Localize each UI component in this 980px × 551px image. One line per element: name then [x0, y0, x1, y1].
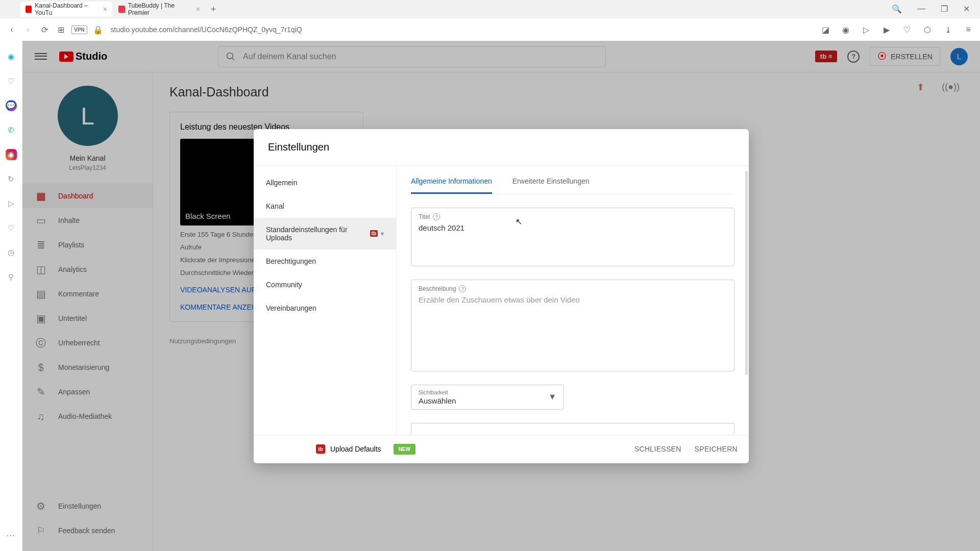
dropdown-caret-icon: ▼	[548, 392, 556, 402]
tubebuddy-footer-icon: tb	[316, 444, 325, 454]
whatsapp-icon[interactable]: ✆	[6, 124, 17, 136]
title-label: Titel	[419, 213, 430, 220]
messenger-icon[interactable]: 💬	[6, 100, 17, 111]
description-field[interactable]: Beschreibung ?	[411, 280, 734, 371]
help-tooltip-icon[interactable]: ?	[433, 213, 440, 220]
modal-side-community[interactable]: Community	[254, 273, 396, 296]
sidebar-more-icon[interactable]: ⋯	[6, 530, 16, 541]
back-icon[interactable]: ‹	[6, 25, 17, 34]
search-app-icon[interactable]: 🔍	[892, 4, 902, 14]
modal-side-agreements[interactable]: Vereinbarungen	[254, 296, 396, 320]
modal-title: Einstellungen	[254, 129, 749, 166]
modal-main: Allgemeine Informationen Erweiterte Eins…	[397, 166, 749, 435]
modal-side-label: Standardeinstellungen für Uploads	[266, 226, 370, 242]
scrollbar[interactable]	[745, 171, 748, 375]
opera-app1-icon[interactable]: ◉	[6, 51, 17, 62]
heart-sidebar-icon[interactable]: ♡	[6, 222, 17, 234]
cube-icon[interactable]: ⬡	[922, 25, 933, 35]
ext1-icon[interactable]: ◪	[820, 25, 831, 35]
modal-side-uploads[interactable]: Standardeinstellungen für Uploads tb▾	[254, 218, 396, 249]
new-badge: NEW	[394, 444, 415, 455]
ext2-icon[interactable]: ▷	[861, 25, 872, 35]
modal-side-label: Vereinbarungen	[266, 304, 316, 312]
title-input[interactable]	[419, 223, 727, 232]
modal-side-label: Allgemein	[266, 179, 297, 187]
opera-sidebar: ◉ ♡ 💬 ✆ ◉ ↻ ▷ ♡ ◷ ⚲ ⋯	[0, 41, 22, 551]
modal-side-label: Community	[266, 281, 302, 289]
chevron-down-icon: ▾	[381, 230, 384, 237]
title-field[interactable]: Titel ?	[411, 208, 734, 266]
tubebuddy-mini-icon: tb	[370, 230, 378, 237]
browser-tab-bar: Kanal-Dashboard – YouTu × TubeBuddy | Th…	[0, 0, 980, 18]
speed-dial-icon[interactable]: ⊞	[55, 25, 66, 35]
modal-tabs: Allgemeine Informationen Erweiterte Eins…	[411, 166, 734, 194]
tab-label: TubeBuddy | The Premier	[128, 2, 191, 16]
next-field-peek	[411, 423, 734, 433]
desc-label: Beschreibung	[419, 285, 456, 292]
bookmark-sidebar-icon[interactable]: ♡	[6, 76, 17, 87]
new-tab-button[interactable]: +	[206, 2, 220, 16]
download-icon[interactable]: ⤓	[942, 25, 953, 35]
reload-icon[interactable]: ⟳	[39, 25, 50, 35]
ext3-icon[interactable]: ▶	[881, 25, 892, 35]
description-input[interactable]	[419, 295, 727, 347]
tubebuddy-favicon-icon	[118, 6, 125, 13]
youtube-favicon-icon	[26, 6, 32, 13]
visibility-label: Sichtbarkeit	[419, 389, 456, 395]
forward-icon[interactable]: ›	[22, 25, 34, 34]
heart-icon[interactable]: ♡	[901, 25, 913, 35]
save-button[interactable]: SPEICHERN	[695, 445, 738, 453]
browser-chrome: 🔍 — ❐ ✕ Kanal-Dashboard – YouTu × TubeBu…	[0, 0, 980, 41]
instagram-icon[interactable]: ◉	[6, 149, 17, 160]
browser-tab-tubebuddy[interactable]: TubeBuddy | The Premier ×	[113, 2, 205, 17]
modal-side-permissions[interactable]: Berechtigungen	[254, 249, 396, 273]
modal-overlay: Einstellungen Allgemein Kanal Standardei…	[22, 41, 980, 551]
modal-footer: tb Upload Defaults NEW SCHLIESSEN SPEICH…	[254, 435, 749, 463]
tab-basic-info[interactable]: Allgemeine Informationen	[411, 166, 492, 194]
pinboards-icon[interactable]: ⚲	[6, 271, 17, 283]
url-text[interactable]: studio.youtube.com/channel/UCocN6zQPHQZ_…	[111, 26, 813, 34]
vpn-badge[interactable]: VPN	[71, 26, 87, 34]
help-tooltip-icon[interactable]: ?	[459, 285, 466, 292]
minimize-icon[interactable]: —	[917, 4, 925, 14]
modal-side-channel[interactable]: Kanal	[254, 194, 396, 218]
browser-tab-youtube[interactable]: Kanal-Dashboard – YouTu ×	[20, 2, 112, 17]
tab-advanced[interactable]: Erweiterte Einstellungen	[512, 166, 590, 194]
close-button[interactable]: SCHLIESSEN	[634, 445, 681, 453]
window-controls: 🔍 — ❐ ✕	[881, 0, 980, 18]
youtube-studio: Studio Auf deinem Kanal suchen tb ≡ ? ⦿ …	[22, 41, 980, 551]
easy-setup-icon[interactable]: ≡	[963, 25, 974, 35]
screenshot-icon[interactable]: ◉	[840, 25, 851, 35]
close-window-icon[interactable]: ✕	[963, 4, 970, 14]
modal-side-label: Berechtigungen	[266, 257, 316, 265]
modal-side-label: Kanal	[266, 202, 284, 210]
tab-label: Kanal-Dashboard – YouTu	[35, 2, 97, 16]
modal-side-general[interactable]: Allgemein	[254, 171, 396, 194]
visibility-select[interactable]: Sichtbarkeit Auswählen ▼	[411, 385, 564, 410]
player-sidebar-icon[interactable]: ▷	[6, 198, 17, 209]
upload-defaults-label[interactable]: Upload Defaults	[330, 445, 381, 453]
visibility-value: Auswählen	[419, 396, 456, 405]
lock-icon[interactable]: 🔒	[92, 25, 104, 35]
maximize-icon[interactable]: ❐	[941, 4, 948, 14]
history-sidebar-icon[interactable]: ↻	[6, 173, 17, 185]
settings-modal: Einstellungen Allgemein Kanal Standardei…	[254, 129, 749, 463]
modal-sidebar: Allgemein Kanal Standardeinstellungen fü…	[254, 166, 397, 435]
tab-close-icon[interactable]: ×	[103, 5, 107, 13]
address-bar: ‹ › ⟳ ⊞ VPN 🔒 studio.youtube.com/channel…	[0, 18, 980, 41]
clock-sidebar-icon[interactable]: ◷	[6, 247, 17, 258]
tab-close-icon[interactable]: ×	[196, 5, 200, 13]
